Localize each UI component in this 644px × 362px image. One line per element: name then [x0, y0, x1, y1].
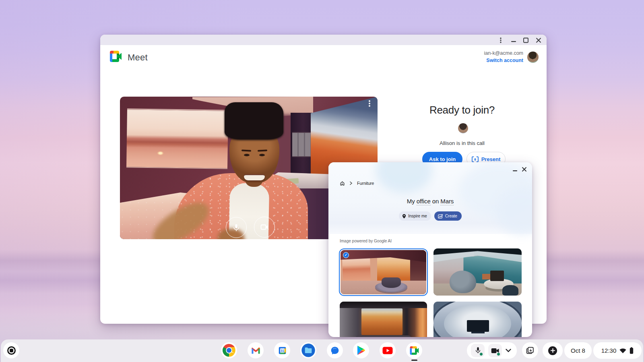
- svg-text:31: 31: [280, 348, 284, 352]
